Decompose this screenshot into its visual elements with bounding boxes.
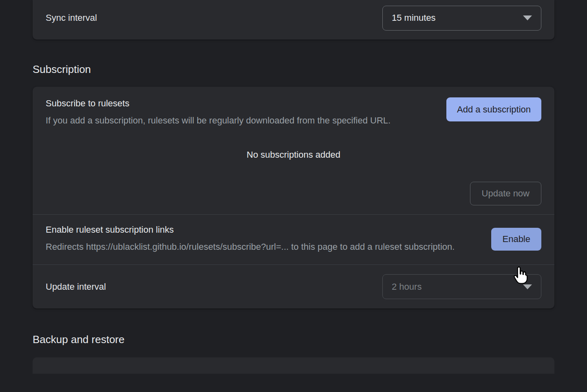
sync-interval-row: Sync interval 15 minutes xyxy=(33,0,554,36)
chevron-down-icon xyxy=(523,15,532,20)
chevron-down-icon xyxy=(523,284,532,289)
update-interval-selected-value: 2 hours xyxy=(392,282,421,292)
subscribe-rulesets-description: If you add a subscription, rulesets will… xyxy=(46,112,406,128)
backup-card xyxy=(33,357,554,374)
subscribe-rulesets-section: Subscribe to rulesets If you add a subsc… xyxy=(33,87,554,214)
subscription-card: Subscribe to rulesets If you add a subsc… xyxy=(33,87,554,308)
subscription-links-description: Redirects https://ublacklist.github.io/r… xyxy=(46,239,459,255)
backup-section-heading: Backup and restore xyxy=(33,333,554,346)
update-now-button[interactable]: Update now xyxy=(470,182,541,205)
sync-settings-card: Sync interval 15 minutes xyxy=(33,0,554,40)
enable-links-button[interactable]: Enable xyxy=(491,228,541,251)
update-interval-select[interactable]: 2 hours xyxy=(382,274,541,299)
sync-interval-select[interactable]: 15 minutes xyxy=(382,6,541,31)
update-interval-label: Update interval xyxy=(46,282,106,292)
add-subscription-button[interactable]: Add a subscription xyxy=(446,97,541,121)
subscription-section-heading: Subscription xyxy=(33,63,554,76)
no-subscriptions-text: No subscriptions added xyxy=(46,150,541,160)
subscription-links-section: Enable ruleset subscription links Redire… xyxy=(33,215,554,264)
update-interval-row: Update interval 2 hours xyxy=(33,265,554,308)
options-page: Sync interval 15 minutes Subscription Su… xyxy=(0,0,587,374)
subscribe-rulesets-title: Subscribe to rulesets xyxy=(46,97,413,110)
sync-interval-selected-value: 15 minutes xyxy=(392,13,436,23)
sync-interval-label: Sync interval xyxy=(46,13,97,23)
subscription-links-title: Enable ruleset subscription links xyxy=(46,224,463,236)
